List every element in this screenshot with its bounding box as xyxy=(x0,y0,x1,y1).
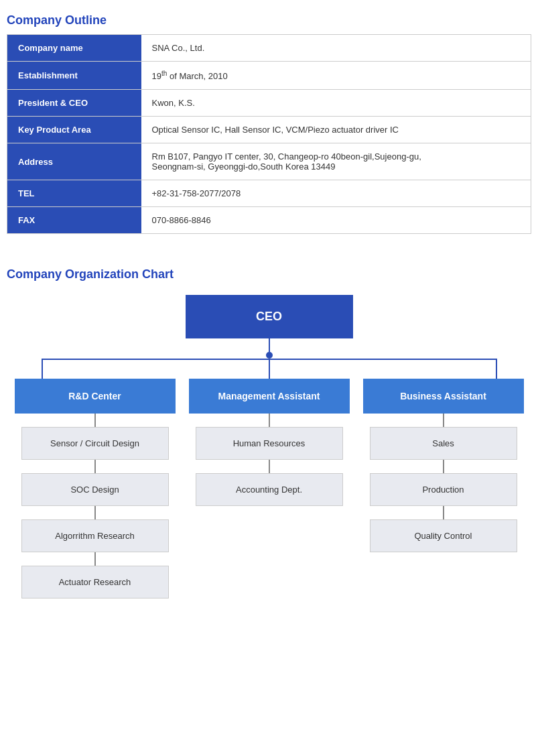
rd-connector-4 xyxy=(94,552,96,566)
label-key-product: Key Product Area xyxy=(7,117,141,143)
sub-item-sensor: Sensor / Circuit Design xyxy=(21,427,169,460)
mgmt-connector-2 xyxy=(269,460,270,473)
label-president: President & CEO xyxy=(7,90,141,117)
value-address: Rm B107, Pangyo IT center, 30, Changeop-… xyxy=(141,143,531,180)
label-company-name: Company name xyxy=(7,35,141,62)
mgmt-connector-1 xyxy=(269,414,270,427)
branches-container: R&D Center Sensor / Circuit Design SOC D… xyxy=(15,379,524,598)
sub-item-soc: SOC Design xyxy=(21,473,169,506)
sub-item-algorithm: Algorrithm Research xyxy=(21,519,169,552)
biz-subitems: Sales Production Quality Control xyxy=(363,414,524,552)
org-chart: CEO R&D Center Sensor / Circuit Design xyxy=(7,295,531,598)
superscript: th xyxy=(161,70,167,77)
company-outline-table: Company name SNA Co., Ltd. Establishment… xyxy=(7,34,531,234)
sub-item-hr: Human Resources xyxy=(196,427,343,460)
value-establishment: 19th of March, 2010 xyxy=(141,62,531,90)
value-president: Kwon, K.S. xyxy=(141,90,531,117)
value-company-name: SNA Co., Ltd. xyxy=(141,35,531,62)
rd-connector-2 xyxy=(94,460,96,473)
branch-management: Management Assistant Human Resources Acc… xyxy=(189,379,350,598)
label-fax: FAX xyxy=(7,207,141,234)
company-outline-title: Company Outline xyxy=(7,13,531,27)
branch-business: Business Assistant Sales Production Qual… xyxy=(363,379,524,598)
org-chart-title: Company Organization Chart xyxy=(7,267,531,281)
table-row: FAX 070-8866-8846 xyxy=(7,207,531,234)
value-key-product: Optical Sensor IC, Hall Sensor IC, VCM/P… xyxy=(141,117,531,143)
value-fax: 070-8866-8846 xyxy=(141,207,531,234)
branch-rd-center: R&D Center Sensor / Circuit Design SOC D… xyxy=(15,379,176,598)
biz-connector-1 xyxy=(443,414,444,427)
rd-connector-3 xyxy=(94,506,96,519)
sub-item-sales: Sales xyxy=(370,427,517,460)
value-tel: +82-31-758-2077/2078 xyxy=(141,180,531,207)
rd-connector-1 xyxy=(94,414,96,427)
table-row: TEL +82-31-758-2077/2078 xyxy=(7,180,531,207)
table-row: Company name SNA Co., Ltd. xyxy=(7,35,531,62)
ceo-label: CEO xyxy=(256,310,282,323)
sub-item-accounting: Accounting Dept. xyxy=(196,473,343,506)
rd-subitems: Sensor / Circuit Design SOC Design Algor… xyxy=(15,414,176,598)
table-row: Establishment 19th of March, 2010 xyxy=(7,62,531,90)
sub-item-production: Production xyxy=(370,473,517,506)
biz-connector-2 xyxy=(443,460,444,473)
branch-dot xyxy=(266,352,273,359)
org-chart-section: Company Organization Chart CEO R&D Cente… xyxy=(7,267,531,598)
sub-item-actuator: Actuator Research xyxy=(21,566,169,598)
table-row: Address Rm B107, Pangyo IT center, 30, C… xyxy=(7,143,531,180)
table-row: President & CEO Kwon, K.S. xyxy=(7,90,531,117)
branch-mgmt-header: Management Assistant xyxy=(189,379,350,414)
ceo-box: CEO xyxy=(186,295,353,338)
table-row: Key Product Area Optical Sensor IC, Hall… xyxy=(7,117,531,143)
label-tel: TEL xyxy=(7,180,141,207)
branch-rd-header: R&D Center xyxy=(15,379,176,414)
mgmt-subitems: Human Resources Accounting Dept. xyxy=(189,414,350,506)
label-address: Address xyxy=(7,143,141,180)
sub-item-quality: Quality Control xyxy=(370,519,517,552)
biz-connector-3 xyxy=(443,506,444,519)
branch-biz-header: Business Assistant xyxy=(363,379,524,414)
label-establishment: Establishment xyxy=(7,62,141,90)
ceo-down-line xyxy=(269,338,270,352)
horizontal-connector xyxy=(42,359,497,379)
